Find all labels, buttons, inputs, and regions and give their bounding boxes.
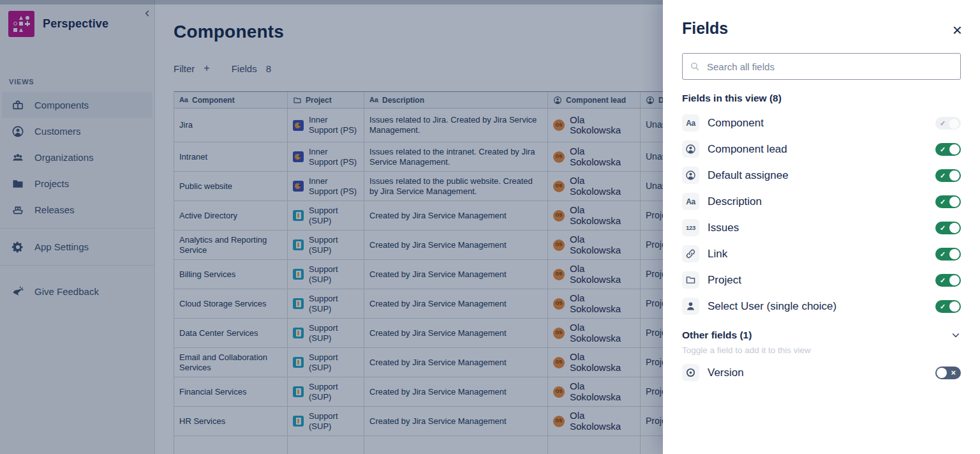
field-toggle[interactable] (935, 367, 961, 379)
link-icon (682, 245, 699, 262)
folder-icon (682, 271, 699, 289)
search-icon (690, 61, 700, 72)
fields-in-view-list: Aa Component Component lead Default assi… (682, 110, 961, 319)
text-icon: Aa (682, 193, 699, 210)
field-toggle[interactable] (935, 248, 961, 261)
other-fields-heading: Other fields (1) (682, 329, 752, 341)
modal-blanket-overlay[interactable] (0, 0, 663, 454)
field-row-link: Link (682, 241, 961, 267)
close-icon[interactable]: × (953, 22, 962, 38)
other-fields-section-header: Other fields (1) (682, 329, 961, 341)
number-icon: 123 (682, 219, 699, 236)
app-screen: Perspective VIEWS Components Customers O… (0, 0, 980, 454)
field-row-component: Aa Component (682, 110, 961, 136)
field-row-select-user: Select User (single choice) (682, 293, 961, 319)
field-toggle[interactable] (935, 274, 961, 287)
user-circle-icon (682, 140, 699, 158)
panel-title: Fields (682, 19, 961, 38)
user-solid-icon (682, 298, 699, 315)
field-toggle[interactable] (935, 169, 961, 182)
field-toggle[interactable] (935, 222, 961, 234)
search-input[interactable] (682, 53, 961, 80)
chevron-down-icon[interactable] (951, 330, 961, 340)
other-fields-hint: Toggle a field to add it to this view (682, 345, 961, 355)
field-row-project: Project (682, 267, 961, 293)
text-icon: Aa (682, 114, 699, 132)
field-row-version: Version (682, 359, 961, 386)
fields-in-view-heading: Fields in this view (8) (682, 93, 961, 104)
fields-panel: Fields × Fields in this view (8) Aa Comp… (663, 0, 980, 454)
field-search (682, 53, 961, 80)
field-toggle[interactable] (935, 195, 961, 208)
field-toggle (935, 117, 961, 130)
field-toggle[interactable] (935, 300, 961, 313)
field-row-description: Aa Description (682, 188, 961, 215)
field-row-component-lead: Component lead (682, 136, 961, 162)
other-fields-list: Version (682, 359, 961, 386)
field-row-issues: 123 Issues (682, 215, 961, 241)
version-icon (682, 364, 699, 381)
field-row-default-assignee: Default assignee (682, 162, 961, 188)
field-toggle[interactable] (935, 143, 961, 156)
user-circle-icon (682, 167, 699, 184)
